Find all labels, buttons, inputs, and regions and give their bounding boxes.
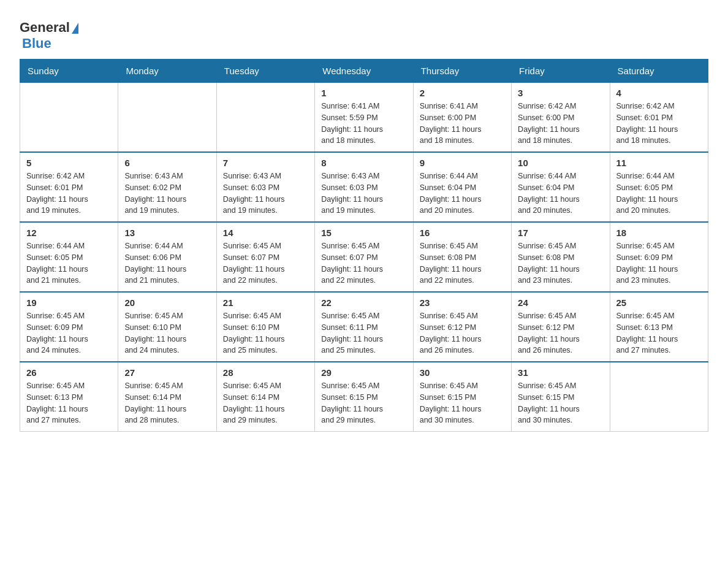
calendar-cell: 19Sunrise: 6:45 AMSunset: 6:09 PMDayligh… [20,292,118,362]
day-number: 11 [616,158,702,168]
day-number: 5 [26,158,112,168]
day-info: Sunrise: 6:42 AMSunset: 6:01 PMDaylight:… [616,101,702,147]
day-info: Sunrise: 6:45 AMSunset: 6:13 PMDaylight:… [26,380,112,426]
calendar-cell: 30Sunrise: 6:45 AMSunset: 6:15 PMDayligh… [413,362,511,432]
day-number: 3 [518,88,603,98]
day-info: Sunrise: 6:44 AMSunset: 6:06 PMDaylight:… [124,240,210,286]
day-info: Sunrise: 6:45 AMSunset: 6:09 PMDaylight:… [616,240,702,286]
calendar-cell [610,362,708,432]
day-info: Sunrise: 6:45 AMSunset: 6:15 PMDaylight:… [518,380,603,426]
day-info: Sunrise: 6:44 AMSunset: 6:04 PMDaylight:… [420,170,505,216]
weekday-header: Saturday [610,59,708,83]
day-number: 18 [616,228,702,238]
calendar-cell [216,83,314,153]
day-info: Sunrise: 6:45 AMSunset: 6:12 PMDaylight:… [518,310,603,356]
day-info: Sunrise: 6:44 AMSunset: 6:05 PMDaylight:… [26,240,112,286]
day-info: Sunrise: 6:41 AMSunset: 6:00 PMDaylight:… [420,101,505,147]
day-number: 22 [321,297,406,308]
calendar-table: SundayMondayTuesdayWednesdayThursdayFrid… [20,59,708,432]
calendar-cell [20,83,118,153]
calendar-cell: 12Sunrise: 6:44 AMSunset: 6:05 PMDayligh… [20,222,118,292]
calendar-cell: 10Sunrise: 6:44 AMSunset: 6:04 PMDayligh… [512,152,610,222]
calendar-week-row: 12Sunrise: 6:44 AMSunset: 6:05 PMDayligh… [20,222,708,292]
day-info: Sunrise: 6:45 AMSunset: 6:08 PMDaylight:… [420,240,505,286]
day-number: 2 [420,88,505,98]
day-number: 27 [124,367,210,378]
day-number: 16 [420,228,505,238]
day-info: Sunrise: 6:45 AMSunset: 6:07 PMDaylight:… [321,240,406,286]
calendar-cell: 11Sunrise: 6:44 AMSunset: 6:05 PMDayligh… [610,152,708,222]
day-info: Sunrise: 6:42 AMSunset: 6:01 PMDaylight:… [26,170,112,216]
day-info: Sunrise: 6:45 AMSunset: 6:09 PMDaylight:… [26,310,112,356]
calendar-cell: 21Sunrise: 6:45 AMSunset: 6:10 PMDayligh… [216,292,314,362]
day-number: 23 [420,297,505,308]
day-number: 26 [26,367,112,378]
weekday-header: Friday [512,59,610,83]
logo-triangle-icon [72,23,78,34]
day-info: Sunrise: 6:45 AMSunset: 6:07 PMDaylight:… [223,240,308,286]
calendar-cell: 26Sunrise: 6:45 AMSunset: 6:13 PMDayligh… [20,362,118,432]
day-number: 8 [321,158,406,168]
logo-blue-text: Blue [22,36,51,52]
calendar-cell: 31Sunrise: 6:45 AMSunset: 6:15 PMDayligh… [512,362,610,432]
day-number: 24 [518,297,603,308]
day-info: Sunrise: 6:43 AMSunset: 6:03 PMDaylight:… [223,170,308,216]
calendar-cell: 16Sunrise: 6:45 AMSunset: 6:08 PMDayligh… [413,222,511,292]
day-number: 17 [518,228,603,238]
day-info: Sunrise: 6:44 AMSunset: 6:05 PMDaylight:… [616,170,702,216]
calendar-cell: 7Sunrise: 6:43 AMSunset: 6:03 PMDaylight… [216,152,314,222]
day-info: Sunrise: 6:42 AMSunset: 6:00 PMDaylight:… [518,101,603,147]
day-number: 9 [420,158,505,168]
day-number: 13 [124,228,210,238]
weekday-header: Thursday [413,59,511,83]
weekday-header: Tuesday [216,59,314,83]
calendar-week-row: 19Sunrise: 6:45 AMSunset: 6:09 PMDayligh… [20,292,708,362]
calendar-week-row: 26Sunrise: 6:45 AMSunset: 6:13 PMDayligh… [20,362,708,432]
day-number: 30 [420,367,505,378]
day-info: Sunrise: 6:45 AMSunset: 6:12 PMDaylight:… [420,310,505,356]
day-number: 21 [223,297,308,308]
calendar-cell: 6Sunrise: 6:43 AMSunset: 6:02 PMDaylight… [118,152,216,222]
day-info: Sunrise: 6:45 AMSunset: 6:15 PMDaylight:… [321,380,406,426]
calendar-week-row: 1Sunrise: 6:41 AMSunset: 5:59 PMDaylight… [20,83,708,153]
day-info: Sunrise: 6:45 AMSunset: 6:15 PMDaylight:… [420,380,505,426]
day-number: 1 [321,88,406,98]
weekday-header: Wednesday [315,59,413,83]
day-number: 10 [518,158,603,168]
calendar-cell: 25Sunrise: 6:45 AMSunset: 6:13 PMDayligh… [610,292,708,362]
calendar-cell: 13Sunrise: 6:44 AMSunset: 6:06 PMDayligh… [118,222,216,292]
calendar-cell: 27Sunrise: 6:45 AMSunset: 6:14 PMDayligh… [118,362,216,432]
calendar-cell: 22Sunrise: 6:45 AMSunset: 6:11 PMDayligh… [315,292,413,362]
day-number: 29 [321,367,406,378]
calendar-cell: 28Sunrise: 6:45 AMSunset: 6:14 PMDayligh… [216,362,314,432]
calendar-cell: 5Sunrise: 6:42 AMSunset: 6:01 PMDaylight… [20,152,118,222]
day-info: Sunrise: 6:45 AMSunset: 6:08 PMDaylight:… [518,240,603,286]
day-number: 12 [26,228,112,238]
weekday-header: Monday [118,59,216,83]
day-info: Sunrise: 6:45 AMSunset: 6:10 PMDaylight:… [223,310,308,356]
calendar-cell: 14Sunrise: 6:45 AMSunset: 6:07 PMDayligh… [216,222,314,292]
day-info: Sunrise: 6:43 AMSunset: 6:03 PMDaylight:… [321,170,406,216]
day-info: Sunrise: 6:41 AMSunset: 5:59 PMDaylight:… [321,101,406,147]
calendar-cell [118,83,216,153]
day-number: 6 [124,158,210,168]
calendar-cell: 29Sunrise: 6:45 AMSunset: 6:15 PMDayligh… [315,362,413,432]
day-number: 25 [616,297,702,308]
day-info: Sunrise: 6:45 AMSunset: 6:11 PMDaylight:… [321,310,406,356]
day-number: 28 [223,367,308,378]
weekday-header: Sunday [20,59,118,83]
calendar-cell: 9Sunrise: 6:44 AMSunset: 6:04 PMDaylight… [413,152,511,222]
day-number: 7 [223,158,308,168]
calendar-week-row: 5Sunrise: 6:42 AMSunset: 6:01 PMDaylight… [20,152,708,222]
calendar-cell: 2Sunrise: 6:41 AMSunset: 6:00 PMDaylight… [413,83,511,153]
calendar-cell: 23Sunrise: 6:45 AMSunset: 6:12 PMDayligh… [413,292,511,362]
calendar-cell: 20Sunrise: 6:45 AMSunset: 6:10 PMDayligh… [118,292,216,362]
logo: General Blue [20,20,78,52]
calendar-cell: 3Sunrise: 6:42 AMSunset: 6:00 PMDaylight… [512,83,610,153]
calendar-cell: 1Sunrise: 6:41 AMSunset: 5:59 PMDaylight… [315,83,413,153]
day-number: 15 [321,228,406,238]
day-info: Sunrise: 6:43 AMSunset: 6:02 PMDaylight:… [124,170,210,216]
calendar-cell: 17Sunrise: 6:45 AMSunset: 6:08 PMDayligh… [512,222,610,292]
day-number: 19 [26,297,112,308]
calendar-cell: 24Sunrise: 6:45 AMSunset: 6:12 PMDayligh… [512,292,610,362]
